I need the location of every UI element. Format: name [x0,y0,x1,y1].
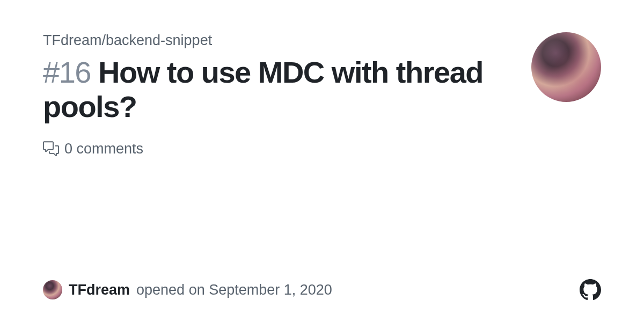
issue-title-text: How to use MDC with thread pools? [43,55,483,123]
avatar[interactable] [531,32,601,102]
issue-title: #16 How to use MDC with thread pools? [43,55,510,125]
comments-count: 0 comments [64,141,143,157]
issue-number: #16 [43,55,91,89]
issue-header-text: TFdream/backend-snippet #16 How to use M… [43,32,510,157]
github-logo-icon[interactable] [580,279,601,301]
repo-path[interactable]: TFdream/backend-snippet [43,32,510,49]
comment-discussion-icon [43,141,59,157]
avatar-small[interactable] [43,280,62,299]
opened-by-row: TFdream opened on September 1, 2020 [43,280,332,299]
username-link[interactable]: TFdream [69,282,130,298]
comments-summary: 0 comments [43,141,510,157]
issue-header: TFdream/backend-snippet #16 How to use M… [43,32,601,157]
issue-footer: TFdream opened on September 1, 2020 [43,279,601,301]
opened-on-text: opened on September 1, 2020 [136,282,332,298]
